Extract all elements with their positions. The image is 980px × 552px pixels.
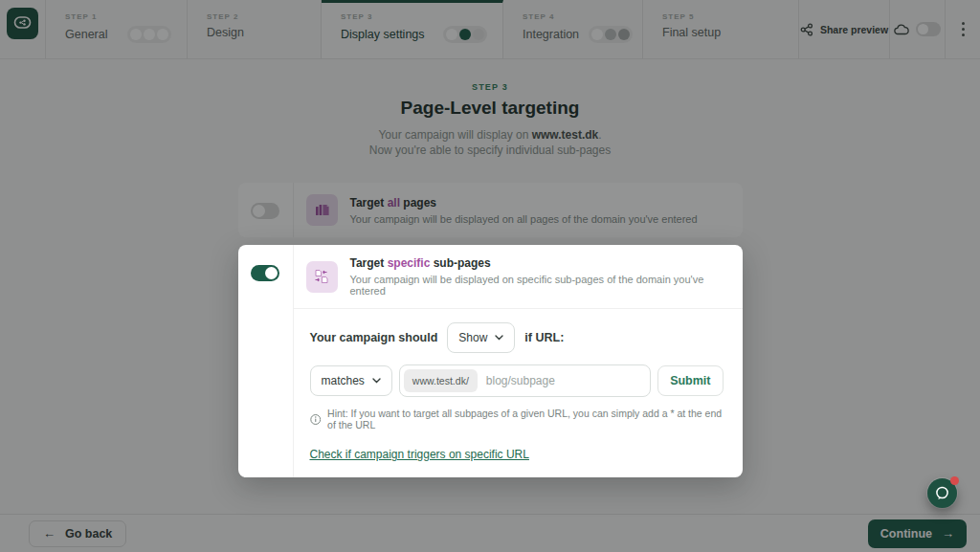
chevron-down-icon <box>495 335 503 341</box>
hint-text: Hint: If you want to target all subpages… <box>327 408 723 431</box>
show-select-value: Show <box>458 331 487 344</box>
match-select-value: matches <box>322 374 365 387</box>
url-targeting-form: Your campaign should Show if URL: matche… <box>294 309 743 477</box>
chevron-down-icon <box>372 378 381 384</box>
card-target-specific-subpages: Target specific sub-pages Your campaign … <box>238 245 743 477</box>
hint-row: Hint: If you want to target all subpages… <box>310 408 724 431</box>
condition-lead-text: Your campaign should <box>310 331 438 344</box>
target-specific-subpages-toggle[interactable] <box>251 265 279 281</box>
notification-dot <box>950 476 959 485</box>
chat-bubble-icon <box>934 485 950 501</box>
option-description: Your campaign will be displayed on speci… <box>350 274 727 297</box>
option-row: Target specific sub-pages Your campaign … <box>294 245 743 309</box>
condition-row: Your campaign should Show if URL: <box>310 322 724 353</box>
submit-button[interactable]: Submit <box>657 365 723 396</box>
match-type-select[interactable]: matches <box>310 365 392 396</box>
option-title: Target specific sub-pages <box>350 256 727 270</box>
domain-prefix-chip: www.test.dk/ <box>404 369 478 392</box>
info-icon <box>310 413 322 426</box>
toggle-column <box>238 245 294 477</box>
campaign-wizard-app: STEP 1 General STEP 2 Design STEP 3 Disp… <box>0 0 980 552</box>
chat-launcher-button[interactable] <box>927 478 957 508</box>
url-input-row: matches www.test.dk/ Submit <box>310 364 724 397</box>
check-campaign-trigger-link[interactable]: Check if campaign triggers on specific U… <box>310 448 529 461</box>
url-input-wrapper: www.test.dk/ <box>399 364 651 397</box>
show-hide-select[interactable]: Show <box>447 322 515 353</box>
if-url-label: if URL: <box>524 331 564 344</box>
specific-subpages-icon <box>306 261 338 293</box>
subpage-url-input[interactable] <box>478 374 646 387</box>
